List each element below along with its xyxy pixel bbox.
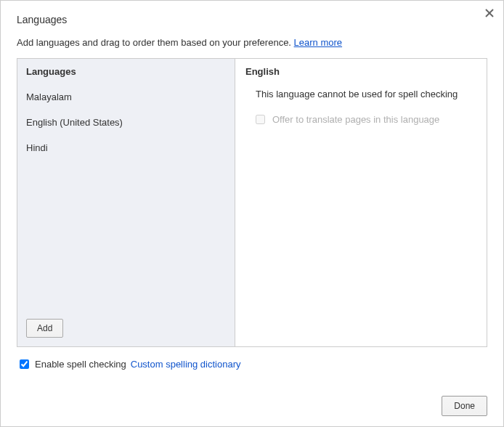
enable-spell-label: Enable spell checking	[35, 359, 126, 370]
close-icon[interactable]	[484, 8, 495, 18]
list-item[interactable]: Hindi	[26, 135, 226, 160]
offer-translate-row: Offer to translate pages in this languag…	[245, 114, 476, 125]
selected-language-header: English	[245, 66, 476, 77]
intro-text: Add languages and drag to order them bas…	[17, 37, 487, 48]
languages-list-pane: Languages Malayalam English (United Stat…	[17, 59, 235, 346]
learn-more-link[interactable]: Learn more	[294, 37, 342, 48]
offer-translate-label: Offer to translate pages in this languag…	[272, 114, 439, 125]
enable-spell-checkbox[interactable]	[20, 359, 29, 369]
list-item[interactable]: English (United States)	[26, 110, 226, 135]
languages-header: Languages	[26, 66, 226, 77]
spell-check-note: This language cannot be used for spell c…	[245, 89, 476, 99]
dialog-footer: Done	[442, 396, 487, 416]
languages-dialog: Languages Add languages and drag to orde…	[0, 0, 504, 427]
bottom-options-row: Enable spell checking Custom spelling di…	[17, 359, 487, 370]
language-detail-pane: English This language cannot be used for…	[235, 59, 487, 346]
offer-translate-checkbox	[256, 115, 265, 124]
custom-dictionary-link[interactable]: Custom spelling dictionary	[131, 359, 241, 370]
intro-text-content: Add languages and drag to order them bas…	[17, 37, 294, 48]
languages-list: Malayalam English (United States) Hindi	[26, 84, 226, 314]
done-button[interactable]: Done	[442, 396, 487, 416]
dialog-title: Languages	[17, 14, 487, 25]
add-button[interactable]: Add	[26, 319, 63, 338]
panes-container: Languages Malayalam English (United Stat…	[17, 58, 487, 347]
list-item[interactable]: Malayalam	[26, 84, 226, 110]
